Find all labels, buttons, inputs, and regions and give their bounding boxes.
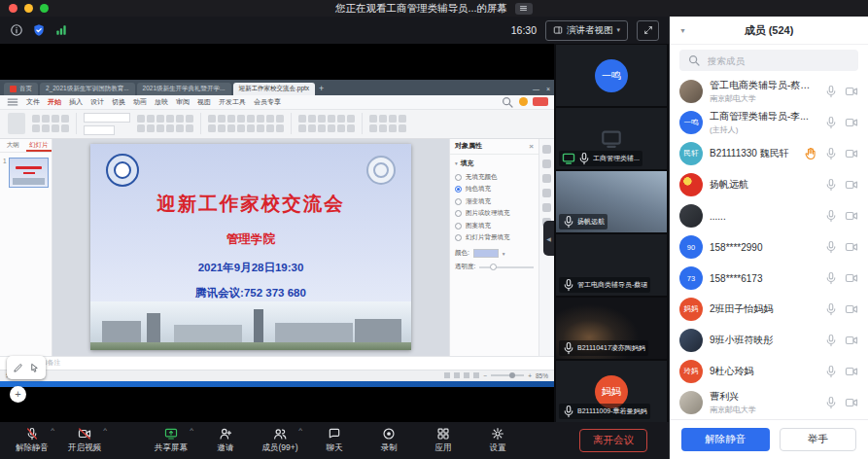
ribbon-font-controls[interactable] <box>84 113 130 135</box>
mic-icon[interactable] <box>824 209 838 223</box>
wps-menu-item[interactable]: 动画 <box>133 97 147 107</box>
camera-icon[interactable] <box>845 85 858 98</box>
member-row[interactable]: 管工电商类辅导员-蔡珺 (我) 南京邮电大学 <box>670 76 868 107</box>
zoom-slider[interactable] <box>491 374 524 376</box>
mic-icon[interactable] <box>824 116 838 129</box>
wps-window-controls[interactable]: —× <box>533 83 550 95</box>
camera-icon[interactable] <box>845 178 858 192</box>
record-button[interactable]: 录制 <box>363 426 415 454</box>
camera-icon[interactable] <box>845 396 858 409</box>
share-screen-button[interactable]: 共享屏幕 ^ <box>145 426 197 454</box>
meeting-menu-button[interactable] <box>515 3 533 15</box>
mic-icon[interactable] <box>824 365 838 378</box>
new-tab-button[interactable]: + <box>319 83 324 95</box>
fill-option[interactable]: 幻灯片背景填充 <box>455 233 534 242</box>
mic-icon[interactable] <box>824 147 838 160</box>
wps-menu-item[interactable]: 切换 <box>112 97 125 107</box>
slide-1-thumbnail[interactable]: 1 <box>0 153 52 193</box>
pen-icon[interactable] <box>13 363 23 373</box>
member-filter-icon[interactable]: ▼ <box>679 27 686 34</box>
camera-icon[interactable] <box>845 240 858 254</box>
meeting-info-icon[interactable] <box>10 23 23 37</box>
fullscreen-button[interactable] <box>637 20 659 41</box>
member-search-input[interactable] <box>706 54 851 67</box>
start-video-button[interactable]: 开启视频 ^ <box>58 426 111 454</box>
radio-button[interactable] <box>455 174 462 181</box>
cursor-icon[interactable] <box>29 363 40 373</box>
view-sorter-icon[interactable] <box>454 372 460 378</box>
video-strip-collapse-handle[interactable]: ◀ <box>543 221 554 256</box>
leave-meeting-button[interactable]: 离开会议 <box>579 429 647 452</box>
wps-document-tab[interactable]: 迎新工作家校交流会.pptx <box>233 83 316 95</box>
thumbnail-panel-tab[interactable]: 大纲 <box>0 139 26 152</box>
member-row[interactable]: 民轩 B21111330 魏民轩 <box>670 138 868 169</box>
ribbon-group[interactable] <box>369 115 406 132</box>
member-row[interactable]: 扬帆远航 <box>670 169 868 200</box>
participant-video-tile[interactable]: 扬帆远航 <box>556 171 667 232</box>
chevron-up-icon[interactable]: ^ <box>298 426 302 435</box>
close-window-button[interactable] <box>9 4 17 13</box>
wps-menu-item[interactable]: 开始 <box>48 97 61 107</box>
wps-user-avatar[interactable] <box>519 97 528 106</box>
view-normal-icon[interactable] <box>444 372 450 378</box>
wps-menu-item[interactable]: 插入 <box>69 97 83 107</box>
chevron-up-icon[interactable]: ^ <box>51 426 54 435</box>
chat-button[interactable]: 聊天 <box>308 426 361 454</box>
fill-option[interactable]: 纯色填充 <box>455 185 534 194</box>
unmute-button[interactable]: 解除静音 <box>681 428 770 451</box>
member-row[interactable]: 9班小班符映彤 <box>670 325 868 356</box>
camera-icon[interactable] <box>845 365 858 378</box>
mic-icon[interactable] <box>824 334 838 347</box>
member-row[interactable]: 73 158****6173 <box>670 263 868 294</box>
view-slideshow-icon[interactable] <box>473 372 479 378</box>
annotation-expand-button[interactable]: + <box>10 386 26 403</box>
participant-video-tile[interactable]: 一鸣 <box>556 45 667 106</box>
invite-button[interactable]: 邀请 <box>199 426 252 454</box>
search-icon[interactable] <box>501 95 514 109</box>
wps-menu-item[interactable]: 放映 <box>155 97 168 107</box>
view-mode-button[interactable]: 演讲者视图 ▾ <box>545 20 628 41</box>
slide[interactable]: 迎新工作家校交流会 管理学院 2021年9月28日19:30 腾讯会议:752 … <box>90 144 411 350</box>
close-icon[interactable]: × <box>529 142 534 151</box>
wps-menu-item[interactable]: 视图 <box>197 97 211 107</box>
camera-icon[interactable] <box>845 271 858 285</box>
view-read-icon[interactable] <box>464 372 469 378</box>
radio-button[interactable] <box>455 198 462 205</box>
mic-icon[interactable] <box>824 85 838 98</box>
ribbon-group[interactable] <box>208 115 284 132</box>
chevron-up-icon[interactable]: ^ <box>190 426 193 435</box>
wps-menu-item[interactable]: 审阅 <box>176 97 190 107</box>
radio-button[interactable] <box>455 186 462 193</box>
camera-icon[interactable] <box>845 334 858 347</box>
mic-icon[interactable] <box>824 302 838 316</box>
security-shield-icon[interactable] <box>32 23 46 37</box>
member-row[interactable]: 玲妈 9杜心玲妈 <box>670 356 868 387</box>
ribbon-group[interactable] <box>137 115 193 132</box>
fill-option[interactable]: 渐变填充 <box>455 197 534 206</box>
participant-video-tile[interactable]: 管工电商类辅导员-蔡珺 <box>556 234 667 296</box>
mic-icon[interactable] <box>824 271 838 285</box>
member-list[interactable]: 管工电商类辅导员-蔡珺 (我) 南京邮电大学 一鸣 工商管理类辅导员-李... … <box>670 76 868 419</box>
wps-document-tab[interactable]: 2021级新生开学典礼暨开学... <box>137 83 231 95</box>
ribbon-group[interactable] <box>298 115 355 132</box>
annotation-toolbar[interactable] <box>7 356 46 379</box>
apps-button[interactable]: 应用 <box>417 426 469 454</box>
minimize-window-button[interactable] <box>24 4 33 13</box>
camera-icon[interactable] <box>845 147 858 160</box>
zoom-window-button[interactable] <box>40 4 49 13</box>
ribbon-paste-button[interactable] <box>8 113 25 134</box>
wps-menu-item[interactable]: 开发工具 <box>219 97 246 107</box>
wps-menu-item[interactable]: 会员专享 <box>254 97 281 107</box>
speaker-notes-bar[interactable]: 单击此处添加备注 <box>0 356 554 370</box>
slide-canvas[interactable]: 迎新工作家校交流会 管理学院 2021年9月28日19:30 腾讯会议:752 … <box>52 139 449 356</box>
camera-icon[interactable] <box>845 302 858 316</box>
participant-video-tile[interactable]: 妈妈 B21111009-章若曼妈妈 <box>556 361 667 422</box>
participant-video-tile[interactable]: 工商管理类辅... <box>556 108 667 169</box>
thumbnail-panel-tab[interactable]: 幻灯片 <box>26 139 52 152</box>
chevron-up-icon[interactable]: ^ <box>103 426 107 435</box>
zoom-in-button[interactable]: + <box>528 372 532 379</box>
camera-icon[interactable] <box>845 116 858 129</box>
wps-menu-item[interactable]: 设计 <box>90 97 104 107</box>
unmute-button[interactable]: 解除静音 ^ <box>6 426 58 454</box>
wps-document-tab[interactable]: 首页 <box>4 83 38 95</box>
